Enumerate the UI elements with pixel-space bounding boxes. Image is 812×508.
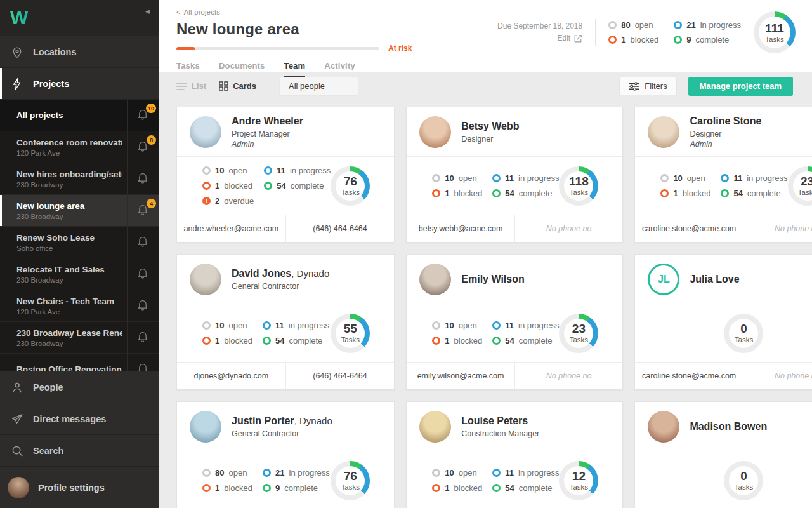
- tasks-label: Tasks: [570, 189, 588, 196]
- tasks-label: Tasks: [735, 483, 753, 491]
- notifications-bell[interactable]: [127, 322, 159, 353]
- notifications-bell[interactable]: [127, 227, 159, 258]
- card-header: Andre WheelerProject ManagerAdmin: [177, 107, 394, 157]
- complete-status-icon: [674, 36, 682, 44]
- team-member-card[interactable]: David Jones, DynadoGeneral Contractor10o…: [176, 254, 395, 390]
- member-email[interactable]: caroline.stone@acme.com: [635, 363, 743, 389]
- sidebar-project-conference-room-renovation[interactable]: Conference room renovation120 Park Ave8: [0, 131, 159, 163]
- notifications-bell[interactable]: [127, 290, 159, 321]
- open-status-icon: [608, 21, 617, 29]
- member-phone[interactable]: (646) 464-6464: [285, 363, 395, 389]
- blocked-status-icon: [202, 337, 211, 345]
- stat-label: in progress: [289, 468, 330, 478]
- breadcrumb-label: All projects: [184, 8, 220, 16]
- tasks-label: Tasks: [765, 36, 783, 43]
- bell-icon: [136, 171, 149, 187]
- team-member-card[interactable]: Caroline StoneDesignerAdmin10open11in pr…: [634, 107, 812, 243]
- team-member-card[interactable]: Madison Bowen0Tasks: [634, 401, 812, 508]
- member-email[interactable]: caroline.stone@acme.com: [635, 215, 743, 242]
- notifications-bell[interactable]: 10: [127, 100, 159, 131]
- breadcrumb-all-projects[interactable]: < All projects: [176, 0, 220, 16]
- team-member-card[interactable]: Andre WheelerProject ManagerAdmin10open1…: [176, 107, 395, 243]
- project-name: New hires onboarding/setup: [16, 170, 122, 179]
- stat-value: 54: [733, 189, 742, 198]
- member-role: General Contractor: [232, 282, 329, 291]
- notifications-bell[interactable]: [127, 163, 159, 194]
- open-status-icon: [202, 166, 211, 175]
- edit-button[interactable]: Edit: [557, 32, 582, 44]
- sidebar-project-relocate-it-and-sales[interactable]: Relocate IT and Sales230 Broadway: [0, 258, 159, 290]
- notifications-bell[interactable]: [127, 354, 159, 371]
- member-email[interactable]: andre.wheeler@acme.com: [177, 215, 285, 242]
- person-icon: [10, 380, 25, 394]
- sidebar-item-locations[interactable]: Locations: [0, 36, 159, 68]
- tasks-donut: 76Tasks: [331, 461, 370, 500]
- stat-value: 1: [215, 181, 219, 190]
- sidebar-item-direct-messages[interactable]: Direct messages: [0, 403, 159, 435]
- due-date: Due September 18, 2018: [497, 20, 582, 32]
- stat-value: 10: [445, 321, 454, 330]
- project-location: 230 Broadway: [16, 213, 122, 220]
- tab-tasks[interactable]: Tasks: [176, 61, 200, 77]
- sidebar-item-search[interactable]: Search: [0, 435, 159, 467]
- sidebar-project-new-lounge-area[interactable]: New lounge area230 Broadway4: [0, 195, 159, 227]
- notifications-bell[interactable]: [127, 258, 159, 290]
- member-email[interactable]: betsy.webb@acme.com: [407, 215, 514, 242]
- member-email[interactable]: djones@dynado.com: [177, 363, 285, 389]
- stat-blocked: 1blocked: [608, 35, 658, 44]
- member-stats: 10open11in progress1blocked54complete: [660, 173, 787, 198]
- member-stats: 80open21in progress1blocked9complete: [202, 468, 330, 493]
- notifications-bell[interactable]: 8: [127, 131, 159, 163]
- project-location: 230 Broadway: [16, 181, 122, 189]
- collapse-sidebar-icon[interactable]: ◀: [145, 8, 150, 15]
- notifications-bell[interactable]: 4: [127, 195, 159, 226]
- sidebar-item-profile-settings[interactable]: Profile settings: [0, 467, 159, 508]
- member-phone[interactable]: (646) 464-6464: [285, 215, 395, 242]
- cards-view-toggle[interactable]: Cards: [219, 81, 256, 91]
- sidebar-project-renew-soho-lease[interactable]: Renew Soho LeaseSoho office: [0, 227, 159, 258]
- nav-label: Locations: [33, 47, 76, 57]
- sidebar-project-230-broadway-lease-renewal[interactable]: 230 Broadway Lease Renewal230 Broadway: [0, 322, 159, 354]
- team-member-card[interactable]: Justin Porter, DynadoGeneral Contractor8…: [176, 401, 395, 508]
- sidebar-item-projects[interactable]: Projects: [0, 68, 159, 100]
- tab-activity[interactable]: Activity: [324, 61, 355, 77]
- stat-label: open: [228, 166, 247, 175]
- tasks-count: 23: [801, 175, 812, 187]
- list-view-toggle[interactable]: List: [176, 81, 206, 91]
- tab-bar: TasksDocumentsTeamActivity: [176, 61, 812, 77]
- people-filter-dropdown[interactable]: All people: [279, 77, 358, 96]
- team-member-card[interactable]: Emily Wilson10open11in progress1blocked5…: [406, 254, 623, 390]
- tab-documents[interactable]: Documents: [219, 61, 265, 77]
- team-member-card[interactable]: Louise PetersConstruction Manager10open1…: [406, 401, 623, 508]
- main-content: < All projects New lounge area At risk T…: [159, 0, 812, 508]
- stat-blocked: 1blocked: [432, 336, 482, 345]
- sidebar-project-all-projects[interactable]: All projects10: [0, 100, 159, 131]
- tasks-donut: 0Tasks: [724, 314, 763, 353]
- bell-icon: [136, 362, 149, 371]
- stat-complete: 9complete: [263, 483, 330, 493]
- member-name: Louise Peters: [461, 415, 528, 426]
- member-role: Designer: [690, 130, 761, 138]
- sidebar-project-new-hires-onboarding-setup[interactable]: New hires onboarding/setup230 Broadway: [0, 163, 159, 195]
- member-email[interactable]: emily.wilson@acme.com: [407, 363, 514, 389]
- sidebar-item-people[interactable]: People: [0, 371, 159, 403]
- tab-team[interactable]: Team: [284, 61, 306, 77]
- stat-value: 1: [673, 189, 678, 198]
- stat-label: open: [459, 173, 477, 183]
- card-stats-section: 10open11in progress1blocked54complete!2o…: [177, 157, 394, 215]
- tasks-donut: 23Tasks: [559, 314, 598, 353]
- team-member-card[interactable]: JLJulia Love0Taskscaroline.stone@acme.co…: [634, 254, 812, 390]
- sidebar-project-new-chairs-tech-team[interactable]: New Chairs - Tech Team120 Park Ave: [0, 290, 159, 322]
- member-name-line: Julia Love: [690, 274, 739, 285]
- stat-label: in progress: [518, 321, 559, 330]
- manage-project-team-button[interactable]: Manage project team: [688, 77, 793, 96]
- blocked-status-icon: [432, 484, 440, 492]
- sidebar-project-boston-office-renovation[interactable]: Boston Office Renovation: [0, 354, 159, 371]
- stat-value: 1: [621, 35, 625, 44]
- list-icon: [176, 82, 187, 91]
- blocked-status-icon: [660, 189, 669, 197]
- team-member-card[interactable]: Betsy WebbDesigner10open11in progress1bl…: [406, 107, 623, 243]
- tasks-label: Tasks: [341, 336, 360, 344]
- member-name: David Jones: [232, 268, 291, 279]
- filters-button[interactable]: Filters: [619, 77, 676, 95]
